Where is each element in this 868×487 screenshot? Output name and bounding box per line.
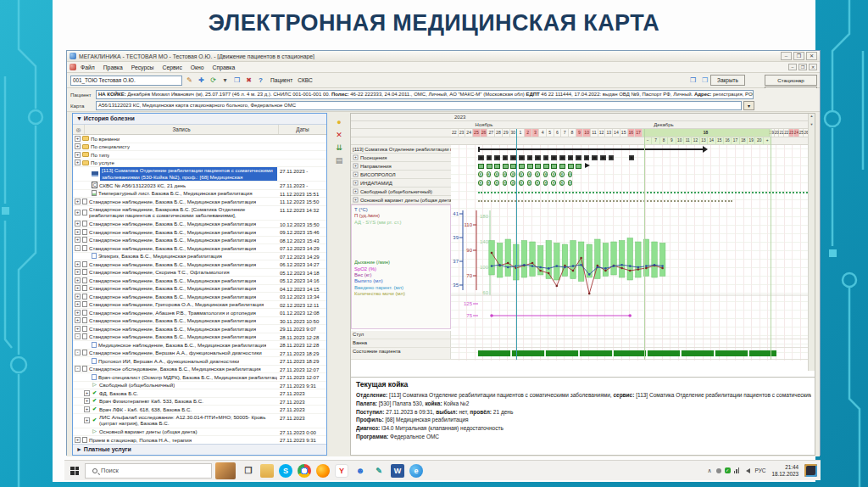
bisoprolol-dose-mark[interactable]: 8 (568, 171, 573, 177)
visit-mark[interactable] (584, 155, 590, 161)
indapamide-dose-mark[interactable]: 8 (510, 180, 515, 186)
day-cell[interactable]: 6 (554, 129, 562, 137)
expand-toggle[interactable]: + (75, 143, 81, 149)
pen-icon[interactable]: ✎ (372, 464, 386, 478)
current-user-field[interactable]: 001_ТОЮ Тестовая О.Ю. (70, 76, 182, 86)
expand-toggle[interactable]: + (75, 229, 81, 235)
bisoprolol-dose-mark[interactable]: 8 (527, 171, 532, 177)
bottom-row[interactable]: Стул (351, 331, 810, 339)
expand-toggle[interactable]: + (75, 136, 81, 142)
firefox-icon[interactable] (316, 464, 330, 478)
day-cell[interactable]: 7 (561, 129, 569, 137)
day-cell[interactable]: 10 (583, 129, 591, 137)
minimize-button[interactable]: – (781, 52, 792, 60)
history-row[interactable]: +По типу (73, 151, 326, 160)
expand-toggle[interactable]: + (353, 181, 359, 186)
people-icon[interactable]: ☻ (353, 464, 367, 478)
visit-mark[interactable] (592, 155, 598, 161)
expand-toggle[interactable]: + (84, 406, 90, 412)
day-cell[interactable]: 23 (459, 129, 466, 137)
expand-toggle[interactable]: + (75, 237, 81, 243)
referral-mark[interactable] (487, 164, 492, 169)
network-icon[interactable] (734, 467, 741, 473)
day-cell[interactable]: 24 (465, 129, 473, 137)
visit-mark[interactable] (510, 155, 516, 161)
referral-mark[interactable] (543, 164, 549, 169)
visit-mark[interactable] (503, 155, 509, 161)
expand-toggle[interactable]: + (353, 155, 359, 160)
toolbar-icon[interactable]: ✚ (197, 76, 206, 85)
bisoprolol-dose-mark[interactable]: 8 (519, 171, 524, 177)
referral-mark[interactable] (527, 164, 533, 169)
expand-toggle[interactable]: + (75, 160, 81, 165)
history-row[interactable]: ▷Свободный (общебольничный)27.11.2023 9:… (73, 382, 326, 390)
visit-mark[interactable] (519, 155, 525, 161)
indapamide-dose-mark[interactable]: 8 (519, 180, 524, 186)
day-cell[interactable]: 1 (517, 129, 525, 137)
day-cell[interactable]: 9 (576, 129, 584, 137)
expand-toggle[interactable]: + (75, 437, 81, 443)
visit-mark[interactable] (527, 155, 533, 161)
referral-mark[interactable] (559, 164, 565, 169)
toolbar-icon[interactable]: ⟳ (209, 76, 218, 85)
toolbar-icon[interactable]: ✖ (244, 76, 253, 85)
history-row[interactable]: +Стандартное наблюдение, Базова Б.С., Ме… (73, 277, 326, 285)
day-cell[interactable]: 2 (525, 129, 532, 137)
tab-stationar[interactable]: Стационар (765, 75, 817, 86)
search-input[interactable]: Поиск (85, 463, 212, 479)
referral-mark[interactable] (494, 164, 500, 169)
visit-mark[interactable] (543, 155, 549, 161)
history-row[interactable]: +По времени (73, 135, 326, 143)
mdi-restore-button[interactable]: ❐ (798, 64, 807, 70)
day-cell[interactable]: 12 (598, 129, 606, 137)
expand-toggle[interactable]: + (84, 398, 90, 404)
day-cell[interactable]: 13 (605, 129, 613, 137)
visit-mark[interactable] (487, 155, 492, 161)
history-row[interactable]: +Стандартное наблюдение, Базова Б.С., Ме… (73, 285, 326, 294)
bisoprolol-dose-mark[interactable]: 8 (503, 171, 508, 177)
expand-toggle[interactable]: + (353, 172, 359, 177)
indapamide-dose-mark[interactable]: 8 (487, 180, 492, 186)
referral-mark[interactable] (503, 164, 509, 169)
language-indicator[interactable]: РУС (754, 467, 765, 473)
volume-icon[interactable] (743, 468, 750, 473)
history-row[interactable]: Медицинское наблюдение, Базова Б.С., Мед… (73, 341, 326, 350)
day-cell[interactable]: 14 (613, 129, 620, 137)
expand-toggle[interactable]: + (75, 221, 81, 227)
history-row[interactable]: ▷Основной вариант диеты (общая диета)27.… (73, 428, 326, 437)
day-cell[interactable]: 11 (591, 129, 598, 137)
expand-toggle[interactable]: + (353, 164, 359, 169)
expand-toggle[interactable]: + (353, 189, 359, 194)
expand-toggle[interactable]: - (75, 245, 81, 251)
day-cell[interactable]: 16 (628, 129, 636, 137)
mdi-minimize-button[interactable]: – (788, 64, 797, 70)
hour-cell[interactable]: 16 (724, 137, 732, 144)
history-row[interactable]: +Стандартное наблюдение, Базова Б.С., Ме… (73, 260, 326, 269)
day-cell[interactable]: 5 (547, 129, 554, 137)
strip-icon[interactable]: ✕ (334, 130, 345, 141)
strip-icon[interactable]: ▤ (334, 155, 345, 166)
indapamide-dose-mark[interactable]: 8 (494, 180, 499, 186)
menu-item[interactable]: Окно (191, 64, 204, 70)
chrome-icon[interactable] (298, 464, 311, 478)
indapamide-dose-mark[interactable]: 8 (478, 180, 483, 186)
history-row[interactable]: +Стандартное наблюдение, Базова Б.С., Ме… (73, 228, 326, 237)
day-cell[interactable]: 15 (620, 129, 628, 137)
history-row[interactable]: [113] Соматика Отделение реабилитации па… (73, 167, 326, 182)
maximize-button[interactable]: ❐ (793, 52, 804, 60)
expand-toggle[interactable]: + (75, 210, 81, 216)
skvs-menu-button[interactable]: СКВС (298, 77, 313, 83)
security-shield-icon[interactable]: ✓ (725, 467, 731, 473)
hour-cell[interactable]: 7 (652, 137, 659, 144)
window-titlebar[interactable]: МЕГАКЛИНИКА - ТЕСТОВАЯ МО - Тестовая О.Ю… (67, 51, 820, 62)
expand-toggle[interactable]: + (75, 269, 81, 275)
indapamide-dose-mark[interactable]: 8 (503, 180, 508, 186)
bottom-row[interactable]: Ванна (351, 339, 810, 348)
hour-cell[interactable]: 12 (692, 137, 699, 144)
history-row[interactable]: +По услуге (73, 160, 326, 168)
mdi-close-button[interactable]: ✕ (809, 64, 817, 70)
expand-toggle[interactable]: - (75, 350, 81, 355)
patient-menu-button[interactable]: Пациент (270, 77, 292, 83)
close-card-button[interactable]: Закрыть (710, 75, 745, 86)
hour-cell[interactable]: 19 (748, 137, 755, 144)
